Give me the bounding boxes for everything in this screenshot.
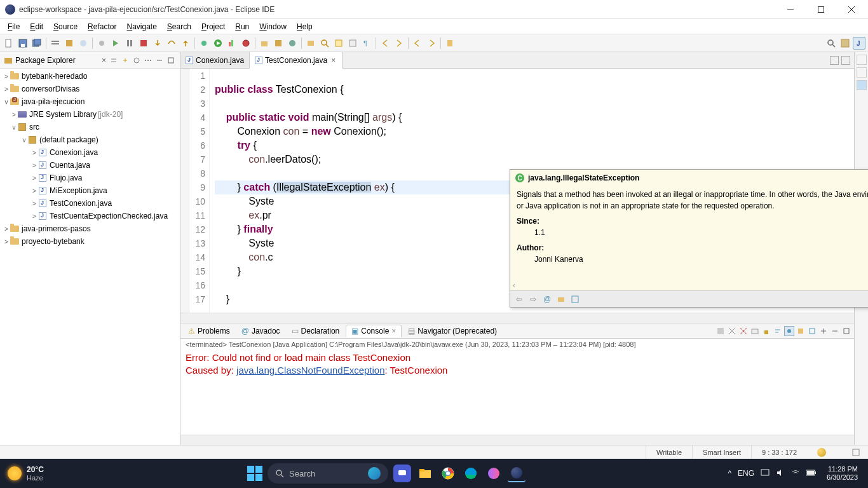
tray-clock[interactable]: 11:28 PM 6/30/2023 (823, 465, 862, 482)
open-task-button[interactable] (304, 37, 317, 50)
maximize-right-button[interactable] (857, 67, 867, 78)
close-button[interactable] (840, 1, 863, 18)
terminate-button[interactable] (137, 37, 150, 50)
tree-item[interactable]: >bytebank-heredado (0, 70, 180, 83)
bottom-tab-javadoc[interactable]: @Javadoc (236, 325, 285, 337)
menu-run[interactable]: Run (230, 21, 254, 32)
console-scroll-lock-button[interactable] (761, 326, 771, 336)
console-display-button[interactable] (796, 326, 806, 336)
taskbar-chrome-app[interactable] (439, 464, 457, 482)
console-horizontal-scrollbar[interactable] (180, 435, 854, 445)
taskbar-search[interactable]: Search (268, 463, 388, 484)
javadoc-back-button[interactable]: ⇦ (514, 294, 524, 304)
exception-link[interactable]: java.lang.ClassNotFoundException (236, 365, 384, 376)
toggle-block-button[interactable] (346, 37, 359, 50)
menu-help[interactable]: Help (292, 21, 318, 32)
console-output[interactable]: Error: Could not find or load main class… (180, 350, 854, 435)
outline-shortcut-button[interactable] (857, 80, 867, 90)
javadoc-body[interactable]: Signals that a method has been invoked a… (510, 186, 868, 280)
code-line[interactable]: public class TestConexion { (215, 83, 854, 97)
open-perspective-button[interactable] (839, 37, 851, 50)
console-remove-all-button[interactable] (738, 326, 749, 336)
menu-edit[interactable]: Edit (25, 21, 48, 32)
package-explorer-close[interactable]: × (100, 56, 107, 65)
taskbar-explorer-app[interactable] (416, 464, 434, 482)
view-menu-button[interactable] (143, 55, 153, 65)
save-all-button[interactable] (31, 37, 43, 50)
tab-close-button[interactable]: × (391, 327, 396, 336)
step-into-button[interactable] (151, 37, 164, 50)
tree-item[interactable]: >JRE System Library [jdk-20] (0, 108, 180, 121)
maximize-button[interactable] (810, 1, 832, 18)
focus-task-button[interactable] (132, 55, 142, 65)
tray-cast-icon[interactable] (761, 468, 770, 479)
run-button[interactable] (212, 37, 224, 50)
pin-editor-button[interactable] (444, 37, 456, 50)
tray-language[interactable]: ENG (738, 469, 754, 478)
menu-navigate[interactable]: Navigate (121, 21, 161, 32)
annotation-prev-button[interactable] (379, 37, 391, 50)
annotation-next-button[interactable] (393, 37, 405, 50)
taskbar-eclipse-app[interactable] (508, 464, 526, 482)
debug-button[interactable] (198, 37, 210, 50)
console-pin-button[interactable] (784, 326, 794, 336)
bottom-minimize-button[interactable] (830, 326, 840, 336)
console-clear-button[interactable] (750, 326, 760, 336)
forward-button[interactable] (425, 37, 438, 50)
new-class-button[interactable] (286, 37, 299, 50)
javadoc-hscroll[interactable]: ‹› (510, 280, 868, 290)
tree-item[interactable]: >conversorDivisas (0, 83, 180, 95)
maximize-view-button[interactable] (166, 55, 176, 65)
tree-item[interactable]: >java-primeros-pasos (0, 222, 180, 235)
menu-window[interactable]: Window (254, 21, 292, 32)
editor-tab[interactable]: Conexion.java (180, 52, 250, 68)
code-line[interactable]: public static void main(String[] args) { (215, 111, 854, 125)
bottom-maximize-button[interactable] (841, 326, 851, 336)
start-button[interactable] (247, 466, 262, 481)
tree-item[interactable]: vjava-pila-ejecucion (0, 95, 180, 108)
minimize-view-button[interactable] (154, 55, 165, 65)
new-button[interactable] (3, 37, 15, 50)
tree-item[interactable]: >TestConexion.java (0, 197, 180, 210)
editor-horizontal-scrollbar[interactable] (180, 313, 854, 323)
tree-item[interactable]: vsrc (0, 121, 180, 133)
tip-bulb-icon[interactable] (817, 448, 826, 457)
console-new-button[interactable] (818, 326, 829, 336)
menu-refactor[interactable]: Refactor (83, 21, 121, 32)
code-line[interactable]: Conexion con = new Conexion(); (215, 125, 854, 139)
suspend-button[interactable] (123, 37, 136, 50)
toggle-mark-button[interactable] (332, 37, 345, 50)
console-word-wrap-button[interactable] (773, 326, 783, 336)
minimize-editor-button[interactable] (830, 56, 839, 65)
taskbar-messenger-app[interactable] (485, 464, 503, 482)
tree-item[interactable]: >Conexion.java (0, 146, 180, 159)
javadoc-forward-button[interactable]: ⇨ (528, 294, 538, 304)
console-remove-launch-button[interactable] (727, 326, 737, 336)
external-tools-button[interactable] (240, 37, 252, 50)
build-button[interactable] (63, 37, 76, 50)
coverage-button[interactable] (226, 37, 238, 50)
skip-breakpoints-button[interactable] (95, 37, 108, 50)
open-type-button[interactable] (77, 37, 90, 50)
link-editor-button[interactable] (120, 55, 130, 65)
tray-volume-icon[interactable] (776, 468, 785, 479)
step-return-button[interactable] (179, 37, 192, 50)
maximize-editor-button[interactable] (841, 56, 850, 65)
new-package-button[interactable] (272, 37, 285, 50)
new-java-project-button[interactable] (258, 37, 271, 50)
tree-item[interactable]: v(default package) (0, 133, 180, 146)
tray-battery-icon[interactable] (806, 469, 817, 478)
bottom-tab-console[interactable]: ▣Console × (346, 325, 402, 337)
tray-wifi-icon[interactable] (791, 468, 800, 479)
back-button[interactable] (411, 37, 424, 50)
javadoc-at-button[interactable]: @ (542, 294, 552, 304)
menu-project[interactable]: Project (196, 21, 230, 32)
search-access-button[interactable] (825, 37, 837, 50)
bottom-tab-navigator-deprecated-[interactable]: ▤Navigator (Deprecated) (403, 325, 502, 337)
java-perspective-button[interactable]: J (853, 37, 865, 50)
show-whitespace-button[interactable]: ¶ (360, 37, 373, 50)
package-tree[interactable]: >bytebank-heredado>conversorDivisasvjava… (0, 69, 180, 445)
tree-item[interactable]: >Flujo.java (0, 172, 180, 184)
taskbar-chat-app[interactable] (393, 464, 411, 482)
taskbar-edge-app[interactable] (462, 464, 480, 482)
